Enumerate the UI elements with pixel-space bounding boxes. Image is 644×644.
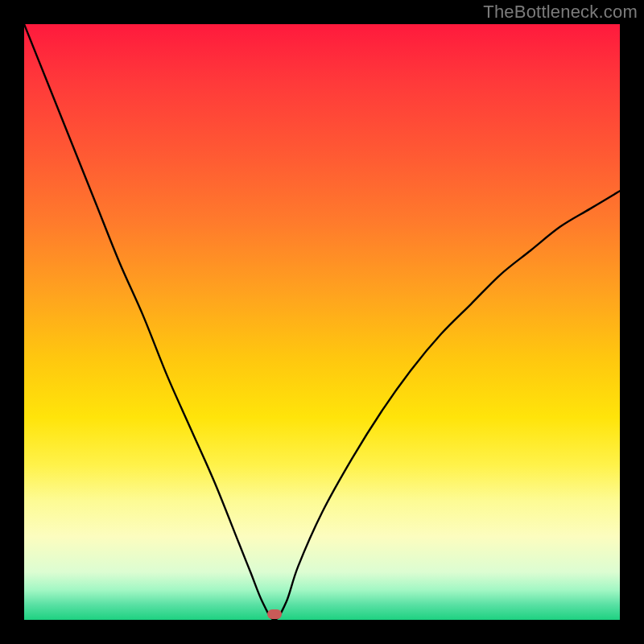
chart-frame: TheBottleneck.com xyxy=(0,0,644,644)
watermark-text: TheBottleneck.com xyxy=(483,2,638,23)
bottleneck-curve xyxy=(24,24,620,620)
plot-area xyxy=(24,24,620,620)
curve-layer xyxy=(24,24,620,620)
optimum-marker xyxy=(267,609,282,619)
